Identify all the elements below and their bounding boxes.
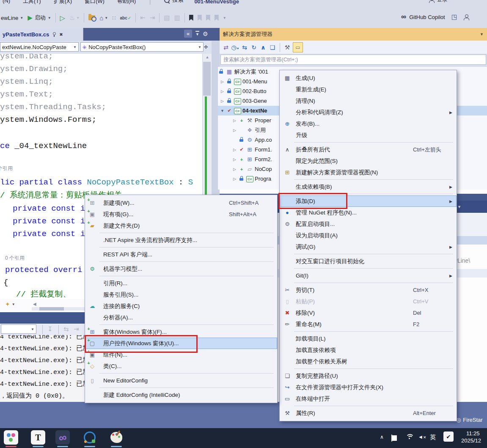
copilot-person-icon[interactable]	[464, 14, 469, 19]
pin-icon[interactable]	[52, 32, 56, 37]
menu-item[interactable]: 引用(R)...	[85, 278, 277, 289]
preview-selected-items-icon[interactable]: ▭	[293, 42, 303, 52]
window-list-icon[interactable]: ▼	[195, 31, 199, 36]
solution-explorer-search[interactable]: 搜索解决方案资源管理器(Ctrl+;)	[220, 55, 486, 65]
close-icon[interactable]: ✖	[59, 32, 63, 37]
gear-icon[interactable]: ⚙	[203, 30, 208, 37]
menu-item[interactable]: (N)	[3, 0, 10, 5]
refresh-icon[interactable]: ↻	[249, 44, 259, 51]
chevron-down-icon[interactable]: ▼	[480, 32, 487, 36]
type-dropdown[interactable]: extNewLine.NoCopyPaste ▼	[0, 42, 79, 52]
menu-item[interactable]: 清理(N)	[280, 95, 457, 107]
spell-check-button[interactable]: abc ✓	[120, 16, 132, 20]
menu-item[interactable]: 窗口(W)	[85, 0, 105, 5]
menu-item[interactable]: ▰+新建文件夹(D)	[85, 220, 277, 231]
switch-views-icon[interactable]: ⇄	[221, 44, 231, 51]
horizontal-scrollbar-thumb[interactable]	[39, 307, 64, 311]
clock-time[interactable]: 11:25	[466, 430, 480, 437]
menu-item[interactable]: ▯New EditorConfig	[85, 375, 277, 386]
menu-item[interactable]: ⊞+新建项(W)...Ctrl+Shift+A	[85, 197, 277, 209]
bookmark-icon[interactable]	[189, 15, 193, 21]
scroll-left-icon[interactable]: ◀	[33, 302, 36, 306]
expander-icon[interactable]: ▷	[232, 118, 237, 123]
indent-decrease-icon[interactable]: ⇤	[140, 14, 146, 22]
menu-item[interactable]: ⊕发布(B)...	[280, 118, 457, 129]
share-icon[interactable]: ◳	[451, 13, 457, 21]
member-dropdown[interactable]: ◈ NoCopyPasteTextBox() ▼	[80, 42, 204, 52]
taskbar-visual-studio-icon[interactable]: ∞	[55, 430, 70, 445]
sign-in-button[interactable]: 登录	[426, 0, 448, 3]
menu-item[interactable]: 对交互窗口进行项目初始化	[280, 256, 457, 267]
startup-project-dropdown[interactable]: ewLine ▼	[1, 15, 23, 21]
volume-muted-icon[interactable]: ◄✕	[418, 434, 426, 440]
taskbar-typora-icon[interactable]: T	[31, 430, 45, 445]
taskbar-browser-icon[interactable]	[83, 430, 97, 445]
menu-item[interactable]: ∧折叠所有后代Ctrl+左箭头	[280, 144, 457, 155]
menu-item[interactable]: ▦生成(U)	[280, 72, 457, 84]
menu-item[interactable]: 新建 EditorConfig (IntelliCode)	[85, 389, 277, 401]
menu-item[interactable]: 服务引用(S)...	[85, 289, 277, 300]
scrollbar-thumb[interactable]	[203, 62, 211, 96]
expander-icon[interactable]: ▷	[220, 89, 225, 93]
expander-icon[interactable]: ▷	[220, 99, 225, 103]
expander-icon[interactable]: ▼	[220, 109, 225, 113]
expander-icon[interactable]: ▷	[232, 128, 237, 132]
menu-item[interactable]: REST API 客户端...	[85, 249, 277, 260]
tab-nocopypastetextbox[interactable]: yPasteTextBox.cs ✖	[0, 28, 83, 41]
copilot-button[interactable]: ∞ GitHub Copilot ◳	[401, 13, 469, 21]
menu-item[interactable]: ✂剪切(T)Ctrl+X	[280, 284, 457, 296]
status-notification[interactable]: ◎ FireStar	[456, 414, 487, 426]
menu-item[interactable]: ☁连接的服务(C)	[85, 300, 277, 312]
split-editor-icon[interactable]: ÷	[204, 43, 208, 51]
expander-icon[interactable]: ▷	[232, 148, 237, 152]
tray-app-icon[interactable]: ✔	[443, 432, 454, 442]
solution-explorer-titlebar[interactable]: 解决方案资源管理器 ▼	[220, 28, 487, 41]
clear-output-icon[interactable]: ⇥	[74, 325, 79, 333]
start-without-debug-button[interactable]: ▷	[60, 14, 65, 22]
menu-item[interactable]: 加载整个依赖关系树	[280, 356, 457, 367]
menu-item[interactable]: 生成依赖项(B)▶	[280, 181, 457, 192]
menu-item[interactable]: ▭在终端中打开	[280, 393, 457, 404]
uncomment-icon[interactable]: ▥	[174, 14, 180, 22]
menu-item[interactable]: ✏重命名(M)F2	[280, 319, 457, 330]
expander-icon[interactable]: ▷	[232, 167, 237, 171]
menu-item[interactable]: Git(I)▶	[280, 270, 457, 281]
menu-item[interactable]: ◇+类(C)...	[85, 360, 277, 372]
menu-item[interactable]: ▯粘贴(P)Ctrl+V	[280, 296, 457, 307]
taskbar-diagram-app-icon[interactable]	[4, 430, 18, 445]
menu-item[interactable]: 设为启动项目(A)	[280, 230, 457, 241]
hot-reload-button[interactable]: ♨ ▼	[69, 14, 80, 22]
indent-increase-icon[interactable]: ⇥	[150, 14, 155, 22]
comment-icon[interactable]: ▤	[164, 14, 170, 22]
battery-icon[interactable]	[391, 435, 392, 441]
collapse-all-icon[interactable]: ∧	[259, 44, 268, 51]
expander-icon[interactable]: ▷	[232, 177, 237, 181]
menu-item[interactable]: 工具(T)	[23, 0, 41, 5]
menu-item[interactable]: ▣+现有项(G)...Shift+Alt+A	[85, 209, 277, 220]
pending-changes-filter-icon[interactable]: ◷▼	[231, 44, 240, 51]
properties-wrench-icon[interactable]: ⚒	[283, 44, 292, 51]
clear-bookmarks-icon[interactable]	[215, 15, 219, 21]
menu-item[interactable]: ❏复制完整路径(U)	[280, 370, 457, 382]
clock-date[interactable]: 2025/12	[461, 437, 487, 444]
ime-indicator[interactable]: 英	[430, 434, 436, 441]
menu-item[interactable]: 加载直接依赖项	[280, 344, 457, 356]
menu-item[interactable]: ⊞新建解决方案资源管理器视图(N)	[280, 167, 457, 178]
show-all-files-icon[interactable]: ❏	[268, 44, 277, 51]
output-goto-icon[interactable]: ↧	[47, 325, 53, 333]
menu-item[interactable]: 重新生成(E)	[280, 84, 457, 95]
find-in-files-icon[interactable]	[88, 15, 95, 20]
menu-item[interactable]: ⚙机器学习模型...	[85, 263, 277, 275]
collapse-panel-icon[interactable]: «	[184, 30, 192, 38]
menu-item[interactable]: 帮助(H)	[117, 0, 136, 5]
output-source-dropdown[interactable]: ▼	[1, 324, 36, 334]
menu-item[interactable]: 分析器(A)...	[85, 312, 277, 323]
taskbar-paint-app-icon[interactable]	[109, 430, 124, 445]
search-box[interactable]: 搜索	[162, 0, 183, 4]
menu-item[interactable]: ↪在文件资源管理器中打开文件夹(X)	[280, 382, 457, 393]
menu-item[interactable]: 扩展(X)	[54, 0, 72, 5]
word-wrap-icon[interactable]: ⇆	[63, 325, 69, 333]
sync-with-active-document-icon[interactable]: ⇆	[240, 44, 249, 51]
prev-bookmark-icon[interactable]	[198, 15, 202, 21]
scroll-up-icon[interactable]: ▲	[203, 54, 212, 59]
